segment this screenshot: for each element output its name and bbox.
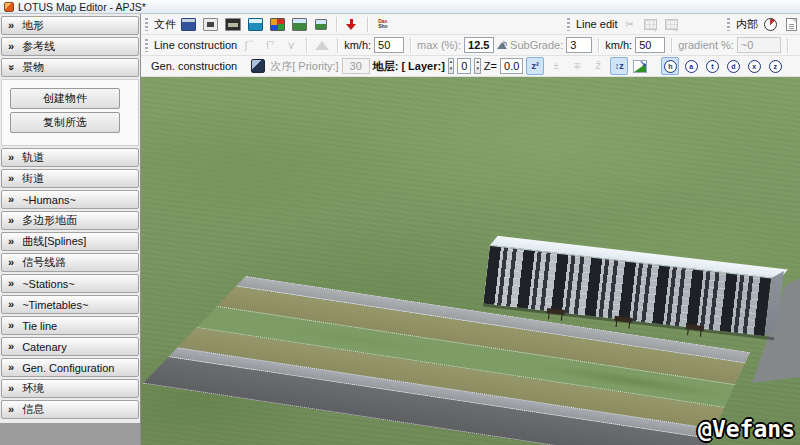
tiles-button[interactable] bbox=[268, 15, 287, 33]
sidebar-item-polygon-ground[interactable]: » 多边形地面 bbox=[1, 211, 139, 230]
sidebar-item-label: 信息 bbox=[22, 402, 44, 417]
gradient-input[interactable] bbox=[737, 37, 781, 53]
rotate-a-button[interactable]: a bbox=[682, 57, 700, 75]
sidebar-item-splines[interactable]: » 曲线[Splines] bbox=[1, 232, 139, 251]
plusminus2-button[interactable]: ∓ bbox=[568, 57, 586, 75]
layer-label: 地层: [ Layer:] bbox=[373, 59, 445, 74]
layer-value[interactable]: 0 bbox=[457, 58, 471, 74]
separator bbox=[410, 38, 411, 53]
speed1-input[interactable] bbox=[374, 37, 404, 53]
embankment-icon bbox=[315, 41, 329, 50]
description-button[interactable]: Das Sho bbox=[374, 15, 392, 33]
rotate-z-button[interactable]: z bbox=[766, 57, 784, 75]
zheight-icon: ↕z bbox=[615, 62, 624, 71]
chevron-right-icon: » bbox=[8, 320, 14, 331]
window-title: LOTUS Map Editor - APJS* bbox=[18, 1, 146, 13]
texture-icon bbox=[203, 18, 218, 31]
spin-up-icon[interactable]: ▲ bbox=[475, 59, 479, 66]
image-button[interactable] bbox=[290, 15, 309, 33]
create-object-button[interactable]: 创建物件 bbox=[10, 88, 120, 109]
rotate-x-icon: x bbox=[748, 60, 761, 73]
rotate-d-button[interactable]: d bbox=[724, 57, 742, 75]
slope-button[interactable] bbox=[631, 57, 649, 75]
subgrade-input[interactable] bbox=[566, 37, 592, 53]
spline-t-button[interactable]: ſᵀ bbox=[261, 36, 279, 54]
spline-new-button[interactable]: ʃ˘ bbox=[240, 36, 258, 54]
plusminus-button[interactable]: ± bbox=[547, 57, 565, 75]
scenery-panel: 创建物件 复制所选 bbox=[1, 79, 139, 146]
set-all-button[interactable]: SET ALL bbox=[796, 57, 800, 75]
gauge-button[interactable] bbox=[761, 15, 779, 33]
sidebar-item-tracks[interactable]: » 轨道 bbox=[1, 148, 139, 167]
spin-down-icon[interactable]: ▼ bbox=[449, 66, 453, 73]
image-small-button[interactable] bbox=[312, 15, 330, 33]
spline-branch-icon: ⋎ bbox=[287, 40, 295, 51]
app-window: LOTUS Map Editor - APJS* » 地形 » 参考线 » 景物… bbox=[0, 0, 800, 445]
map-3d-viewport[interactable]: @Vefans bbox=[141, 77, 800, 445]
layer-spinner-left[interactable]: ▲▼ bbox=[448, 58, 454, 74]
chevron-right-icon: » bbox=[8, 236, 14, 247]
chevron-right-icon: » bbox=[8, 278, 14, 289]
sidebar-item-label: 地形 bbox=[22, 18, 44, 33]
sidebar-item-gen-configuration[interactable]: » Gen. Configuration bbox=[1, 358, 139, 377]
rotate-t-icon: t bbox=[706, 60, 719, 73]
sidebar-item-humans[interactable]: » ~Humans~ bbox=[1, 190, 139, 209]
toolbar-line-construction: Line construction ʃ˘ ſᵀ ⋎ km/h: max (%):… bbox=[141, 35, 800, 56]
sidebar-item-signal-lines[interactable]: » 信号线路 bbox=[1, 253, 139, 272]
sidebar-item-catenary[interactable]: » Catenary bbox=[1, 337, 139, 356]
rotate-h-button[interactable]: h bbox=[661, 57, 679, 75]
layer-spinner-right[interactable]: ▲▼ bbox=[474, 58, 480, 74]
merge-grid-icon bbox=[665, 19, 678, 30]
chevron-right-icon: » bbox=[8, 215, 14, 226]
sidebar-item-label: 景物 bbox=[22, 60, 44, 75]
zbar-button[interactable]: Z̄ bbox=[589, 57, 607, 75]
sidebar-item-label: 曲线[Splines] bbox=[22, 234, 86, 249]
line-edit-label: Line edit bbox=[576, 18, 618, 30]
watermark: @Vefans bbox=[698, 416, 795, 442]
cut-line-button[interactable]: ✂ bbox=[621, 15, 639, 33]
z-value[interactable]: 0.0 bbox=[500, 58, 523, 74]
save-button[interactable] bbox=[179, 15, 198, 33]
priority-input[interactable] bbox=[342, 58, 370, 74]
archive-button[interactable] bbox=[246, 15, 265, 33]
sidebar-item-info[interactable]: » 信息 bbox=[1, 400, 139, 419]
chevron-right-icon: » bbox=[8, 341, 14, 352]
chevron-right-icon: » bbox=[8, 257, 14, 268]
chevron-right-icon: » bbox=[8, 404, 14, 415]
spin-down-icon[interactable]: ▼ bbox=[475, 66, 479, 73]
sidebar-item-terrain[interactable]: » 地形 bbox=[1, 16, 139, 35]
object-tool-button[interactable] bbox=[249, 57, 267, 75]
texture-button[interactable] bbox=[201, 15, 220, 33]
rotate-x-button[interactable]: x bbox=[745, 57, 763, 75]
priority-label: 次序[ Priority:] bbox=[270, 59, 338, 74]
file-menu-label[interactable]: 文件 bbox=[154, 17, 176, 32]
subgrade-icon bbox=[497, 42, 507, 49]
sidebar-item-streets[interactable]: » 街道 bbox=[1, 169, 139, 188]
rotate-z-icon: z bbox=[769, 60, 782, 73]
panorama-button[interactable] bbox=[223, 15, 244, 33]
plusminus2-icon: ∓ bbox=[574, 62, 582, 71]
merge-line-button[interactable] bbox=[663, 15, 681, 33]
sidebar-item-tie-line[interactable]: » Tie line bbox=[1, 316, 139, 335]
sidebar-item-stations[interactable]: » ~Stations~ bbox=[1, 274, 139, 293]
slope-icon bbox=[633, 60, 647, 73]
embankment-button[interactable] bbox=[313, 36, 331, 54]
sidebar-item-scenery[interactable]: » 景物 bbox=[1, 58, 139, 77]
spin-up-icon[interactable]: ▲ bbox=[449, 59, 453, 66]
document-button[interactable] bbox=[782, 15, 800, 33]
rotate-t-button[interactable]: t bbox=[703, 57, 721, 75]
import-button[interactable] bbox=[343, 15, 361, 33]
speed2-input[interactable] bbox=[635, 37, 665, 53]
image-icon bbox=[292, 18, 307, 31]
max-percent-input[interactable] bbox=[464, 37, 494, 53]
separator bbox=[337, 38, 338, 53]
sidebar-item-environment[interactable]: » 环境 bbox=[1, 379, 139, 398]
sidebar-item-timetables[interactable]: » ~Timetables~ bbox=[1, 295, 139, 314]
split-line-button[interactable] bbox=[642, 15, 660, 33]
terrain-z2-button[interactable]: z² bbox=[526, 57, 544, 75]
sidebar-item-reference-lines[interactable]: » 参考线 bbox=[1, 37, 139, 56]
copy-selected-button[interactable]: 复制所选 bbox=[10, 112, 120, 133]
zheight-button[interactable]: ↕z bbox=[610, 57, 628, 75]
spline-branch-button[interactable]: ⋎ bbox=[282, 36, 300, 54]
sidebar-item-label: 多边形地面 bbox=[22, 213, 77, 228]
